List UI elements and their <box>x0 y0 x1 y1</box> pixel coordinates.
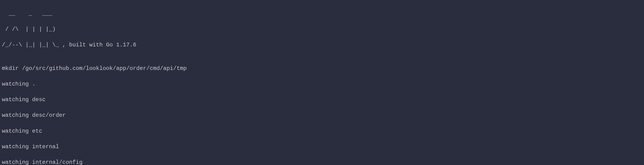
watching-line: watching etc <box>2 127 642 135</box>
ascii-art-line3: /_/--\ |_| |_| \_ , built with Go 1.17.6 <box>2 41 642 49</box>
watching-line: watching internal/config <box>2 159 642 165</box>
watching-line: watching desc <box>2 96 642 104</box>
terminal-output: __ _ ___ / /\ | | | |_) /_/--\ |_| |_| \… <box>2 2 642 165</box>
watching-line: watching desc/order <box>2 111 642 119</box>
mkdir-line: mkdir /go/src/github.com/looklook/app/or… <box>2 65 642 72</box>
ascii-art-line1: __ _ ___ <box>2 10 642 18</box>
watching-line: watching . <box>2 80 642 88</box>
ascii-art-line2: / /\ | | | |_) <box>2 25 642 33</box>
watching-line: watching internal <box>2 143 642 151</box>
